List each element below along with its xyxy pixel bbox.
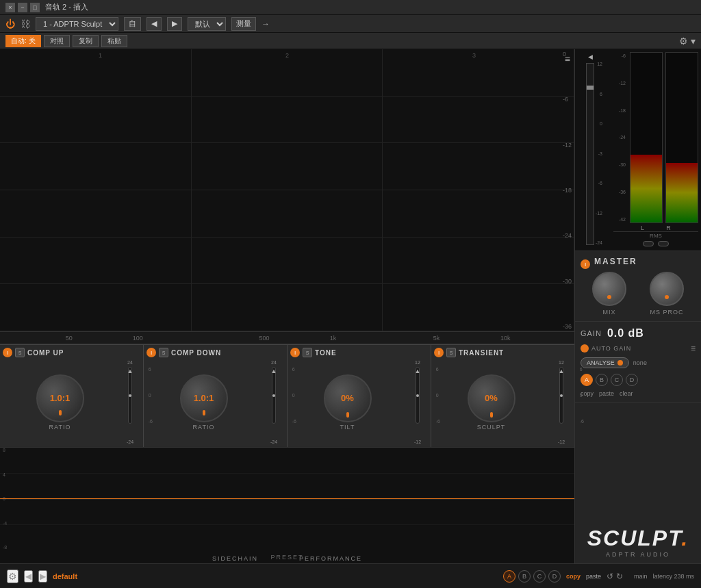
- oo-left: [643, 241, 654, 246]
- fader-track[interactable]: ▲: [128, 367, 132, 424]
- comp-down-fader: 24 ▲ 6 0 -6 -24: [264, 360, 284, 444]
- fader-top-label: 24: [271, 360, 277, 365]
- fader-track[interactable]: ▲: [559, 367, 563, 424]
- redo-button[interactable]: ↻: [616, 572, 623, 581]
- tone-knob-area: 0% TILT: [290, 360, 405, 444]
- fader-track[interactable]: ▲: [416, 367, 420, 424]
- compare-button[interactable]: 对照: [44, 35, 70, 47]
- fader-handle[interactable]: [272, 394, 275, 397]
- comp-up-value: 1.0:1: [50, 393, 71, 403]
- right-db-scale: -6 -12 -18 -24 -30 -36 -42: [613, 52, 627, 223]
- rotate-buttons: ↺ ↻: [607, 572, 623, 581]
- analyse-button[interactable]: ANALYSE: [581, 357, 629, 368]
- latency-text: latency 238 ms: [652, 573, 694, 580]
- link-icon: ⛓: [21, 18, 30, 29]
- comp-down-body: 1.0:1 RATIO 24 ▲ 6 0: [146, 360, 284, 444]
- auto-gain-power: [581, 344, 589, 353]
- eq-modules: I S COMP UP 1.0:1 RATIO 24: [0, 344, 574, 447]
- transient-knob[interactable]: 0%: [468, 374, 515, 422]
- tone-solo-button[interactable]: S: [303, 348, 312, 357]
- abcd-c-button[interactable]: C: [611, 374, 623, 386]
- title-bar: × − □ 音轨 2 - 插入: [0, 0, 701, 15]
- fader-handle[interactable]: [129, 394, 131, 397]
- center-fader-handle[interactable]: [587, 86, 594, 90]
- tone-module: I S TONE 0% TILT 12: [288, 345, 431, 447]
- rms-label: RMS: [613, 231, 698, 240]
- measure-button[interactable]: 测量: [231, 17, 256, 31]
- spacer: [605, 52, 611, 248]
- default-select[interactable]: 默认: [188, 17, 226, 31]
- freq-label-100: 100: [133, 335, 143, 342]
- analyzer-menu[interactable]: ≡: [565, 53, 570, 64]
- abcd-b-button[interactable]: B: [596, 374, 608, 386]
- prev-preset-button[interactable]: ◀: [24, 570, 33, 583]
- paste-gain-button[interactable]: paste: [599, 390, 614, 397]
- mix-label: MIX: [602, 309, 615, 316]
- bottom-toolbar: ⚙ ◀ ▶ default A B C D copy paste ↺ ↻ mai…: [0, 563, 701, 588]
- comp-down-knob-area: 1.0:1 RATIO: [146, 360, 261, 444]
- settings-button[interactable]: ⚙ ▾: [679, 36, 696, 47]
- transient-body: 0% SCULPT 12 ▲ 6 0: [434, 360, 572, 444]
- freq-label-500: 500: [259, 335, 269, 342]
- comp-up-solo-button[interactable]: S: [15, 348, 25, 357]
- abcd-d-button[interactable]: D: [626, 374, 638, 386]
- auto-off-button[interactable]: 自动: 关: [5, 35, 41, 47]
- master-power-button[interactable]: I: [581, 259, 590, 269]
- fader-handle[interactable]: [416, 394, 419, 397]
- comp-up-knob[interactable]: 1.0:1: [36, 374, 84, 422]
- tone-power-button[interactable]: I: [290, 348, 300, 357]
- transient-title: TRANSIENT: [459, 349, 504, 357]
- paste-bottom-button[interactable]: paste: [586, 573, 601, 580]
- window-controls[interactable]: × − □: [5, 3, 40, 12]
- close-button[interactable]: ×: [5, 3, 15, 12]
- forward-button[interactable]: ▶: [167, 17, 182, 31]
- transient-power-button[interactable]: I: [434, 348, 444, 357]
- bottom-settings-button[interactable]: ⚙: [7, 570, 18, 583]
- undo-button[interactable]: ↺: [607, 572, 613, 581]
- auto-gain-row: AUTO GAIN ≡: [581, 344, 696, 353]
- fader-handle[interactable]: [560, 394, 563, 397]
- comp-down-solo-button[interactable]: S: [159, 348, 168, 357]
- window-title: 音轨 2 - 插入: [45, 2, 88, 12]
- abcd-bottom-c[interactable]: C: [533, 570, 546, 583]
- fader-track[interactable]: ▲: [272, 367, 276, 424]
- sidechain-button[interactable]: SIDECHAIN: [212, 555, 258, 562]
- comp-up-knob-area: 1.0:1 RATIO: [3, 360, 117, 444]
- minimize-button[interactable]: −: [18, 3, 27, 12]
- grid-line: [383, 49, 574, 331]
- play-button[interactable]: ◀: [146, 17, 162, 31]
- gain-menu-icon[interactable]: ≡: [691, 344, 696, 353]
- abcd-bottom-b[interactable]: B: [518, 570, 531, 583]
- msproc-knob[interactable]: [650, 272, 684, 306]
- oo-display: [613, 240, 698, 248]
- copy-button[interactable]: 复制: [73, 35, 99, 47]
- performance-button[interactable]: PERFORMANCE: [299, 555, 362, 562]
- mix-knob[interactable]: [592, 272, 626, 306]
- transient-solo-button[interactable]: S: [446, 348, 456, 357]
- fader-bot-label: -24: [270, 439, 277, 444]
- next-preset-button[interactable]: ▶: [38, 570, 47, 583]
- comp-down-value: 1.0:1: [194, 393, 214, 403]
- analyse-label: ANALYSE: [587, 359, 615, 366]
- center-fader-track[interactable]: [586, 63, 594, 245]
- transient-module: I S TRANSIENT 0% SCULPT 12: [431, 345, 574, 447]
- preset-label: PRESET: [270, 554, 303, 561]
- paste-button[interactable]: 粘贴: [101, 35, 127, 47]
- abcd-bottom-d[interactable]: D: [548, 570, 561, 583]
- fader-top-label: 12: [415, 360, 420, 365]
- comp-down-knob[interactable]: 1.0:1: [180, 374, 228, 422]
- abcd-bottom-a[interactable]: A: [503, 570, 515, 583]
- abcd-row: A B C D: [581, 374, 696, 386]
- copy-bottom-button[interactable]: copy: [566, 573, 581, 580]
- clear-gain-button[interactable]: clear: [620, 390, 633, 397]
- tone-knob[interactable]: 0%: [324, 374, 372, 422]
- tone-indicator: [346, 412, 349, 418]
- comp-down-power-button[interactable]: I: [146, 348, 156, 357]
- fader-scale: 6 0 -6: [580, 367, 584, 424]
- toolbar-row2: 自动: 关 对照 复制 粘贴 ⚙ ▾: [0, 33, 701, 49]
- comp-up-power-button[interactable]: I: [3, 348, 12, 357]
- maximize-button[interactable]: □: [30, 3, 40, 12]
- mode-button[interactable]: 自: [124, 17, 141, 31]
- track-selector[interactable]: 1 - ADPTR Sculpt: [36, 17, 118, 31]
- transient-fader: 12 ▲ 6 0 -6 -12: [551, 360, 572, 444]
